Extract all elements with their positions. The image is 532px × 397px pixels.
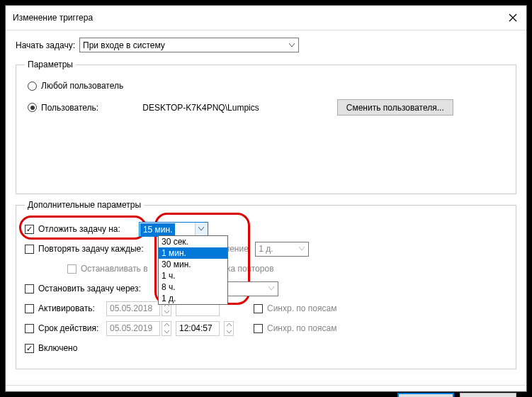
repeat-label: Повторять задачу каждые: [38,244,144,254]
date-spinner-icon[interactable] [162,321,171,336]
expire-label: Срок действия: [38,323,106,333]
ok-button[interactable]: OK [397,393,454,397]
stop-after-row: Остановить задачу через: [25,281,507,296]
delay-option[interactable]: 1 мин. [159,247,227,259]
stop-at-end-checkbox[interactable] [67,264,77,274]
begin-task-row: Начать задачу: При входе в систему [16,38,516,52]
any-user-label: Любой пользователь [41,81,123,91]
chevron-down-icon [195,223,208,236]
advanced-legend: Дополнительные параметры [25,200,144,210]
stop-after-checkbox[interactable] [25,284,34,293]
delay-dropdown[interactable]: 30 сек. 1 мин. 30 мин. 1 ч. 8 ч. 1 д. [158,235,228,305]
activate-date-input[interactable]: 05.05.2018 [106,301,160,316]
activate-row: Активировать: 05.05.2018 Синхр. по пояса… [25,301,507,316]
expire-date-input[interactable]: 05.05.2019 [106,321,160,336]
sync-tz-label: Синхр. по поясам [267,303,336,313]
stop-after-combo[interactable] [225,281,278,296]
chevron-down-icon [285,38,298,52]
titlebar: Изменение триггера [6,6,526,30]
repeat-duration-combo[interactable]: 1 д. [255,242,309,257]
delay-combo[interactable]: 15 мин. [139,222,208,237]
cancel-button[interactable]: Отмена [460,393,516,397]
edit-trigger-dialog: Изменение триггера Начать задачу: При вх… [5,5,527,392]
sync-tz-checkbox[interactable] [254,304,263,313]
expire-time-input[interactable]: 12:04:57 [176,321,220,336]
radio-checked-icon [28,103,37,112]
change-user-button[interactable]: Сменить пользователя... [337,99,453,116]
stop-at-end-label: Останавливать в [81,264,148,274]
close-icon[interactable] [506,11,519,24]
chevron-down-icon [295,242,308,256]
activate-checkbox[interactable] [25,304,34,313]
any-user-radio-row[interactable]: Любой пользователь [28,81,507,91]
repeat-duration-value: 1 д. [259,244,273,254]
enabled-row: Включено [25,340,507,356]
sync-tz-checkbox[interactable] [254,324,263,333]
radio-icon [28,82,37,91]
enabled-label: Включено [38,343,77,353]
specific-user-radio-row[interactable]: Пользователь: DESKTOP-K7K4PNQ\Lumpics См… [28,99,507,116]
expire-row: Срок действия: 05.05.2019 12:04:57 Синхр… [25,320,507,336]
window-title: Изменение триггера [13,13,93,23]
delay-option[interactable]: 30 мин. [159,259,227,270]
parameters-legend: Параметры [25,60,76,69]
chevron-down-icon [265,282,278,296]
delay-selected-value: 15 мин. [140,223,176,236]
parameters-group: Параметры Любой пользователь Пользовател… [16,60,516,194]
dialog-footer: OK Отмена [6,385,526,397]
begin-task-label: Начать задачу: [16,40,75,50]
delay-checkbox[interactable] [25,225,34,234]
repeat-checkbox[interactable] [25,245,34,254]
stop-after-label: Остановить задачу через: [38,284,141,293]
time-spinner-icon[interactable] [224,321,234,336]
delay-row: Отложить задачу на: 15 мин. [25,221,507,237]
specific-user-label: Пользователь: [41,103,98,113]
delay-option[interactable]: 30 сек. [159,236,227,247]
activate-label: Активировать: [38,303,106,313]
expire-checkbox[interactable] [25,324,34,333]
begin-task-combo[interactable]: При входе в систему [79,38,299,52]
advanced-group: Дополнительные параметры Отложить задачу… [16,200,516,369]
delay-label: Отложить задачу на: [38,224,120,234]
repeat-row: Повторять задачу каждые: в течение: 1 д. [25,241,507,257]
dialog-content: Начать задачу: При входе в систему Парам… [6,30,526,385]
delay-option[interactable]: 8 ч. [159,281,227,293]
begin-task-value: При входе в систему [83,40,165,50]
delay-option[interactable]: 1 ч. [159,270,227,281]
enabled-checkbox[interactable] [25,344,34,353]
delay-option[interactable]: 1 д. [159,293,227,304]
stop-at-end-row: Останавливать в срока повторов [67,261,507,276]
specific-user-value: DESKTOP-K7K4PNQ\Lumpics [142,103,259,113]
sync-tz-label: Синхр. по поясам [267,323,336,333]
